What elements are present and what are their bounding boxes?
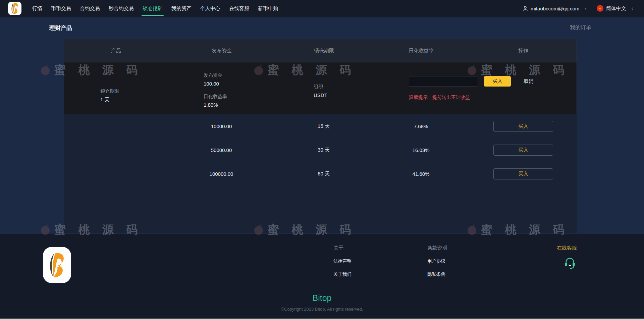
org-label: 组织 xyxy=(314,84,327,90)
top-navbar: 行情 币币交易 合约交易 秒合约交易 锁仓挖矿 我的资产 个人中心 在线客服 新… xyxy=(0,0,644,17)
lock-period-value: 1 天 xyxy=(100,97,119,103)
peach-icon xyxy=(40,64,51,76)
nav-item-profile[interactable]: 个人中心 xyxy=(196,0,225,17)
row-amount: 10000.00 xyxy=(168,123,275,129)
bitop-b-glyph xyxy=(9,3,20,14)
account-email: mitaobccom@qq.com xyxy=(531,6,579,11)
row-period: 60 天 xyxy=(275,171,372,177)
warning-text: 温馨提示：提前转出不计收益 xyxy=(409,95,470,101)
footer-about-heading: 关于 xyxy=(333,245,352,251)
col-header-action: 操作 xyxy=(470,48,577,54)
footer-online-service-link[interactable]: 在线客服 xyxy=(557,245,577,251)
fund-value: 100.00 xyxy=(204,81,222,87)
peach-icon xyxy=(40,224,51,235)
fund-group: 发布资金 100.00 xyxy=(204,72,222,87)
cancel-button[interactable]: 取消 xyxy=(524,78,534,85)
row-rate: 7.68% xyxy=(372,123,470,129)
footer-copyright: ©Copyright 2023 Bitop. All rights reserv… xyxy=(0,307,644,312)
expanded-product-row: 锁仓期限 1 天 发布资金 100.00 日化收益率 1.80% 组织 USDT xyxy=(64,62,577,114)
daily-rate-group: 日化收益率 1.80% xyxy=(204,94,227,108)
nav-item-spot-trade[interactable]: 币币交易 xyxy=(47,0,75,17)
col-header-rate: 日化收益率 xyxy=(373,48,470,54)
bitop-b-glyph xyxy=(47,252,67,278)
fund-label: 发布资金 xyxy=(204,72,222,78)
footer-about-column: 关于 法律声明 关于我们 xyxy=(333,245,352,277)
nav-item-markets[interactable]: 行情 xyxy=(28,0,47,17)
nav-item-my-assets[interactable]: 我的资产 xyxy=(167,0,196,17)
lock-period-group: 锁仓期限 1 天 xyxy=(100,88,119,103)
table-row: 100000.00 60 天 41.60% 买入 xyxy=(64,162,577,186)
lock-period-label: 锁仓期限 xyxy=(100,88,119,94)
buy-amount-input[interactable] xyxy=(409,76,478,87)
org-group: 组织 USDT xyxy=(314,84,327,98)
account-menu[interactable]: mitaobccom@qq.com xyxy=(522,5,579,11)
headset-icon[interactable] xyxy=(564,256,576,271)
user-icon xyxy=(522,5,528,11)
row-amount: 50000.00 xyxy=(168,147,275,153)
footer-link-user-agreement[interactable]: 用户协议 xyxy=(427,258,447,264)
nav-item-contract-trade[interactable]: 合约交易 xyxy=(75,0,104,17)
row-amount: 100000.00 xyxy=(168,171,275,177)
footer-bitop-logo xyxy=(43,247,71,283)
buy-button[interactable]: 买入 xyxy=(493,168,553,179)
footer-link-about-us[interactable]: 关于我们 xyxy=(333,271,352,277)
table-row: 50000.00 30 天 16.03% 买入 xyxy=(64,138,577,162)
daily-rate-value: 1.80% xyxy=(204,102,227,108)
header-right: mitaobccom@qq.com ‹ ★ 简体中文 ‹ xyxy=(522,5,635,12)
buy-button[interactable]: 买入 xyxy=(493,121,553,132)
row-period: 30 天 xyxy=(275,147,372,153)
footer-brand: Bitop xyxy=(0,293,644,303)
row-period: 15 天 xyxy=(275,123,372,129)
footer-terms-heading: 条款说明 xyxy=(427,245,447,251)
table-header-row: 产品 发布资金 锁仓期限 日化收益率 操作 xyxy=(64,39,577,62)
org-value: USDT xyxy=(314,92,327,98)
nav-item-new-coin[interactable]: 新币申购 xyxy=(254,0,282,17)
products-table: 产品 发布资金 锁仓期限 日化收益率 操作 锁仓期限 1 天 发布资金 100.… xyxy=(64,39,577,233)
my-orders-link[interactable]: 我的订单 xyxy=(570,24,591,31)
footer-terms-column: 条款说明 用户协议 隐私条例 xyxy=(427,245,447,277)
china-flag-icon: ★ xyxy=(597,5,603,12)
confirm-buy-button[interactable]: 买入 xyxy=(484,76,511,87)
account-chevron-icon[interactable]: ‹ xyxy=(583,6,588,11)
table-row: 10000.00 15 天 7.68% 买入 xyxy=(64,114,577,138)
nav-item-lockup-mining[interactable]: 锁仓挖矿 xyxy=(138,0,167,17)
main-nav: 行情 币币交易 合约交易 秒合约交易 锁仓挖矿 我的资产 个人中心 在线客服 新… xyxy=(28,0,282,17)
footer-link-legal[interactable]: 法律声明 xyxy=(333,258,352,264)
language-selector[interactable]: ★ 简体中文 xyxy=(597,5,626,12)
row-rate: 41.60% xyxy=(372,171,470,177)
language-label: 简体中文 xyxy=(606,5,626,12)
bitop-logo-icon[interactable] xyxy=(8,2,21,15)
footer-link-privacy[interactable]: 隐私条例 xyxy=(427,271,447,277)
buy-button[interactable]: 买入 xyxy=(493,145,553,156)
products-table-top: 产品 发布资金 锁仓期限 日化收益率 操作 锁仓期限 1 天 发布资金 100.… xyxy=(64,39,577,114)
daily-rate-label: 日化收益率 xyxy=(204,94,227,100)
footer: 关于 法律声明 关于我们 条款说明 用户协议 隐私条例 在线客服 Bitop ©… xyxy=(0,234,644,319)
language-chevron-icon[interactable]: ‹ xyxy=(630,6,635,11)
row-rate: 16.03% xyxy=(372,147,470,153)
nav-item-online-service[interactable]: 在线客服 xyxy=(225,0,254,17)
page-title: 理财产品 xyxy=(49,24,72,32)
col-header-period: 锁仓期限 xyxy=(275,48,373,54)
col-header-fund: 发布资金 xyxy=(168,48,275,54)
text-caret xyxy=(412,78,412,84)
buy-form: 买入 取消 xyxy=(409,76,534,87)
col-header-product: 产品 xyxy=(64,48,168,54)
nav-item-second-contract[interactable]: 秒合约交易 xyxy=(104,0,138,17)
